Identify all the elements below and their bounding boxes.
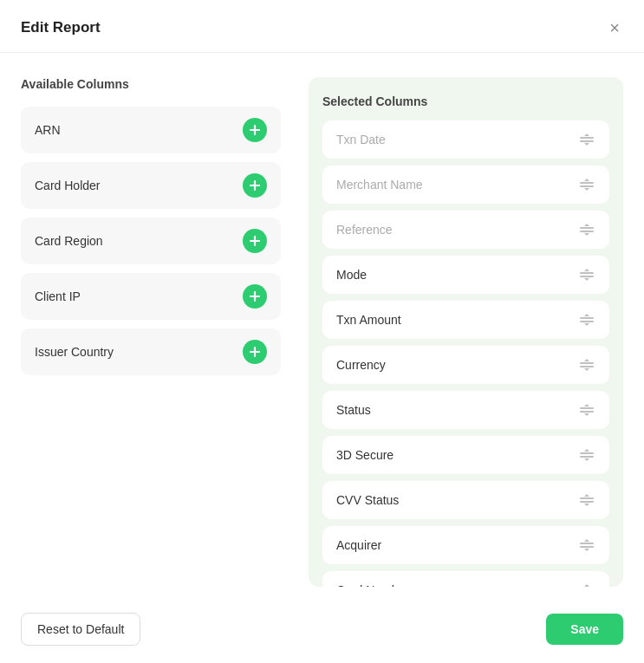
- modal-title: Edit Report: [21, 19, 101, 36]
- available-column-item: Issuer Country: [21, 328, 281, 375]
- selected-column-item: Mode: [322, 256, 609, 294]
- available-column-label: Issuer Country: [35, 345, 114, 359]
- drag-handle-icon[interactable]: [578, 132, 595, 147]
- selected-column-item: CVV Status: [322, 481, 609, 519]
- available-column-label: Card Region: [35, 234, 103, 248]
- drag-handle-icon[interactable]: [578, 492, 595, 508]
- available-column-item: Client IP: [21, 273, 281, 320]
- selected-column-label: Status: [336, 403, 371, 417]
- selected-column-item: Txn Date: [322, 120, 609, 159]
- selected-column-label: Txn Amount: [336, 313, 401, 327]
- selected-column-item: Currency: [322, 346, 609, 384]
- selected-column-label: CVV Status: [336, 493, 399, 507]
- available-columns-list: ARN Card Holder Card Region Client IP Is…: [21, 107, 281, 375]
- available-column-label: ARN: [35, 123, 61, 137]
- drag-handle-icon[interactable]: [578, 537, 595, 553]
- drag-handle-icon[interactable]: [578, 267, 595, 283]
- save-button[interactable]: Save: [546, 614, 623, 645]
- modal-footer: Reset to Default Save: [0, 601, 644, 663]
- selected-column-item: Merchant Name: [322, 166, 609, 204]
- edit-report-modal: Edit Report × Available Columns ARN Card…: [0, 0, 644, 663]
- drag-handle-icon[interactable]: [578, 312, 595, 328]
- available-column-label: Client IP: [35, 289, 81, 303]
- selected-column-label: Txn Date: [336, 133, 386, 146]
- selected-column-item: Status: [322, 391, 609, 429]
- available-columns-section: Available Columns ARN Card Holder Card R…: [21, 77, 281, 587]
- add-column-button[interactable]: [243, 173, 267, 198]
- close-button[interactable]: ×: [606, 16, 623, 40]
- selected-columns-title: Selected Columns: [322, 94, 609, 108]
- selected-column-item: Acquirer: [322, 526, 609, 564]
- selected-column-label: Mode: [336, 268, 367, 282]
- add-column-button[interactable]: [243, 284, 267, 309]
- drag-handle-icon[interactable]: [578, 357, 595, 373]
- selected-column-label: Card Number: [336, 583, 409, 587]
- modal-body: Available Columns ARN Card Holder Card R…: [0, 53, 644, 601]
- selected-column-item: Reference: [322, 211, 609, 249]
- selected-column-label: Reference: [336, 223, 393, 237]
- selected-columns-section: Selected Columns Txn Date Merchant Name …: [309, 77, 623, 587]
- add-column-button[interactable]: [243, 229, 267, 253]
- available-column-label: Card Holder: [35, 179, 100, 192]
- selected-column-label: 3D Secure: [336, 448, 394, 462]
- drag-handle-icon[interactable]: [578, 402, 595, 418]
- available-column-item: Card Holder: [21, 162, 281, 209]
- reset-button[interactable]: Reset to Default: [21, 613, 140, 646]
- selected-column-label: Merchant Name: [336, 178, 423, 192]
- selected-column-item: Card Number: [322, 571, 609, 587]
- add-column-button[interactable]: [243, 118, 267, 142]
- selected-column-label: Acquirer: [336, 538, 381, 552]
- drag-handle-icon[interactable]: [578, 222, 595, 237]
- add-column-button[interactable]: [243, 340, 267, 364]
- available-columns-title: Available Columns: [21, 77, 281, 91]
- selected-column-item: Txn Amount: [322, 301, 609, 339]
- modal-header: Edit Report ×: [0, 0, 644, 53]
- drag-handle-icon[interactable]: [578, 177, 595, 192]
- selected-column-label: Currency: [336, 358, 386, 372]
- selected-column-item: 3D Secure: [322, 436, 609, 474]
- available-column-item: Card Region: [21, 218, 281, 264]
- available-column-item: ARN: [21, 107, 281, 153]
- drag-handle-icon[interactable]: [578, 582, 595, 587]
- drag-handle-icon[interactable]: [578, 447, 595, 463]
